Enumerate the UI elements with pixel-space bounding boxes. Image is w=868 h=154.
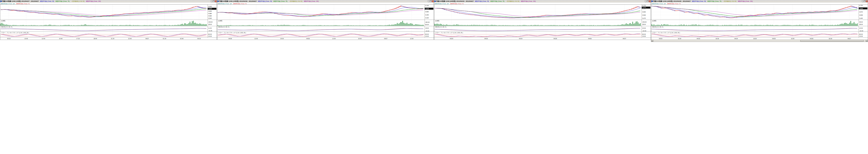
titlebar[interactable]: 日経225先物 12/06 (15分足) 2012/04/18 - 2012/0…	[217, 0, 434, 2]
macd-section-label: MACD( 12, 26, 9 )	[652, 26, 664, 28]
stoch-tick-label: 80.00	[208, 34, 212, 35]
legend-item: 移動平均線 (Close, 25)	[692, 1, 706, 2]
x-tick-label: 09:20	[7, 38, 11, 39]
volume-tick-label: 35.00	[208, 24, 212, 25]
volume-section-label: 出来高	[435, 20, 440, 22]
chart-window-2: 日経225先物 12/06 (15分足) 2012/04/18 - 2012/0…	[217, 0, 434, 40]
close-button[interactable]: ×	[215, 0, 217, 2]
x-tick-label: 04/25	[554, 38, 557, 39]
minimize-button[interactable]: _	[645, 0, 647, 2]
price-tick-label: 9,700	[425, 5, 429, 6]
svg-text:9,620: 9,620	[209, 8, 212, 9]
volume-tick-label: 150.00	[425, 22, 430, 23]
volume-tick-label: 50.00	[425, 24, 429, 25]
x-tick-label: 18:40	[94, 38, 97, 39]
legend-item: 移動平均線 (Close, 25)	[475, 1, 489, 2]
svg-text:9,630: 9,630	[426, 8, 429, 9]
window-title: 日経225先物 12/06 (1分足) 2012/04/27 - 2012/04…	[2, 0, 39, 2]
chart-area[interactable]: 04/2016:3004/2316:3004/2416:3004/2516:30…	[651, 4, 868, 40]
chart-area[interactable]: 04/2512:0020:0004/2612:0020:0004/2712:00…	[217, 4, 434, 40]
close-button[interactable]: ×	[866, 0, 868, 2]
svg-text:9,640: 9,640	[860, 8, 863, 9]
price-tick-label: 9,490	[425, 14, 429, 15]
legend-item: 移動平均線 (Close, 75)	[273, 1, 287, 2]
legend-row-1: 移動平均線 (Close, 25)移動平均線 (Close, 75)一目均衡表 …	[475, 0, 645, 2]
legend-item: 一目均衡表 (9, 26, 52)	[71, 1, 85, 2]
legend-item: 移動平均線 (Close, 150)	[304, 1, 319, 2]
legend-item: 移動平均線 (Close, 75)	[707, 1, 721, 2]
legend-row-2: 移動平均線 (Close, 40)移動平均線 (Close, 5)	[217, 2, 434, 4]
x-tick-label: 04/27	[847, 38, 851, 39]
scroll-left-button[interactable]: ◄	[651, 40, 653, 42]
x-tick-label: 16:30	[716, 38, 719, 39]
legend-item: 移動平均線 (Close, 150)	[738, 1, 753, 2]
titlebar[interactable]: 日経225先物 12/06 (1分足) 2012/04/27 - 2012/04…	[0, 0, 217, 2]
stoch-section-label: スロー・ストキャスティクス( 14, 3, 80, 20 )	[435, 32, 463, 34]
x-tick-label: 04/27	[146, 38, 149, 39]
close-button[interactable]: ×	[649, 0, 651, 2]
stoch-tick-label: 80.00	[425, 34, 429, 35]
titlebar[interactable]: 日経225先物 12/06 (60分足) 2012/04/19 - 2012/0…	[434, 0, 651, 2]
x-tick-label: 16:30	[791, 38, 795, 39]
price-tick-label: 9,600	[208, 10, 212, 12]
scroll-right-button[interactable]: ►	[866, 40, 868, 42]
x-tick-label: 20:00	[358, 38, 362, 39]
x-tick-label: 04/26	[306, 38, 310, 39]
price-tick-label: 9,560	[425, 11, 429, 12]
chart-svg: 04/2004/2304/2404/2504/2604/279,7109,650…	[434, 4, 651, 40]
x-tick-label: 04/26	[588, 38, 592, 39]
x-tick-label: 12:00	[332, 38, 336, 39]
macd-tick-label: -15.00	[425, 30, 429, 32]
stoch-tick-label: 80.00	[642, 34, 646, 35]
restore-button[interactable]: ❐	[213, 0, 215, 2]
stoch-tick-label: 20.00	[859, 36, 863, 37]
chart-area[interactable]: 09:2010:4012:0014:4017:2018:4021:2022:40…	[0, 4, 217, 40]
x-tick-label: 04/26	[810, 38, 813, 39]
chart-window-4: 日経225先物 12/06 (30分足) 2012/04/20 - 2012/0…	[651, 0, 868, 42]
x-tick-label: 12:00	[42, 38, 45, 39]
price-tick-label: 9,530	[642, 14, 646, 16]
svg-text:9,670: 9,670	[643, 7, 646, 8]
restore-button[interactable]: ❐	[430, 0, 432, 2]
x-tick-label: 04/24	[519, 38, 523, 39]
price-tick-label: 9,640	[208, 6, 212, 7]
legend-row-1: 移動平均線 (Close, 25)移動平均線 (Close, 75)一目均衡表 …	[258, 0, 428, 2]
price-tick-label: 9,580	[208, 13, 212, 14]
stoch-section-label: スロー・ストキャスティクス( 14, 3, 80, 20 )	[1, 32, 29, 34]
volume-section-label: 出来高	[652, 20, 657, 22]
titlebar[interactable]: 日経225先物 12/06 (30分足) 2012/04/20 - 2012/0…	[651, 0, 868, 2]
x-tick-label: 10:40	[24, 38, 28, 39]
stoch-tick-label: 20.00	[425, 36, 429, 37]
x-tick-label: 21:20	[111, 38, 115, 39]
restore-button[interactable]: ❐	[864, 0, 866, 2]
macd-tick-label: -22.00	[859, 30, 863, 32]
stoch-tick-label: 80.00	[859, 34, 863, 35]
scrollbar-track[interactable]	[653, 40, 866, 42]
chart-window-3: 日経225先物 12/06 (60分足) 2012/04/19 - 2012/0…	[434, 0, 651, 40]
macd-section-label: MACD( 12, 26, 9 )	[218, 26, 230, 28]
minimize-button[interactable]: _	[211, 0, 213, 2]
close-button[interactable]: ×	[432, 0, 434, 2]
price-tick-label: 9,440	[859, 17, 863, 19]
minimize-button[interactable]: _	[428, 0, 430, 2]
scrollbar-thumb[interactable]	[800, 40, 864, 42]
x-tick-label: 14:40	[59, 38, 63, 39]
x-tick-label: 04/25	[228, 38, 232, 39]
legend-item: 一目均衡表 (9, 26, 52)	[506, 1, 520, 2]
legend-item: 移動平均線 (Close, 75)	[490, 1, 504, 2]
price-tick-label: 9,560	[208, 15, 212, 16]
price-tick-label: 9,590	[642, 11, 646, 13]
chart-area[interactable]: 04/2004/2304/2404/2504/2604/279,7109,650…	[434, 4, 651, 40]
macd-tick-label: -22.00	[642, 30, 646, 32]
legend-row-1: 移動平均線 (Close, 25)移動平均線 (Close, 75)一目均衡表 …	[692, 0, 862, 2]
x-tick-label: 04/20	[659, 38, 662, 39]
chart-svg: 04/2512:0020:0004/2612:0020:0004/2712:00…	[217, 4, 434, 40]
time-scrollbar[interactable]: ◄ ►	[651, 40, 868, 42]
x-tick-label: 16:30	[753, 38, 757, 39]
restore-button[interactable]: ❐	[647, 0, 649, 2]
minimize-button[interactable]: _	[862, 0, 864, 2]
macd-tick-label: 22.00	[642, 28, 646, 29]
x-tick-label: 04/27	[623, 38, 626, 39]
chart-window-1: 日経225先物 12/06 (1分足) 2012/04/27 - 2012/04…	[0, 0, 217, 40]
chart-window-icon	[434, 1, 436, 2]
